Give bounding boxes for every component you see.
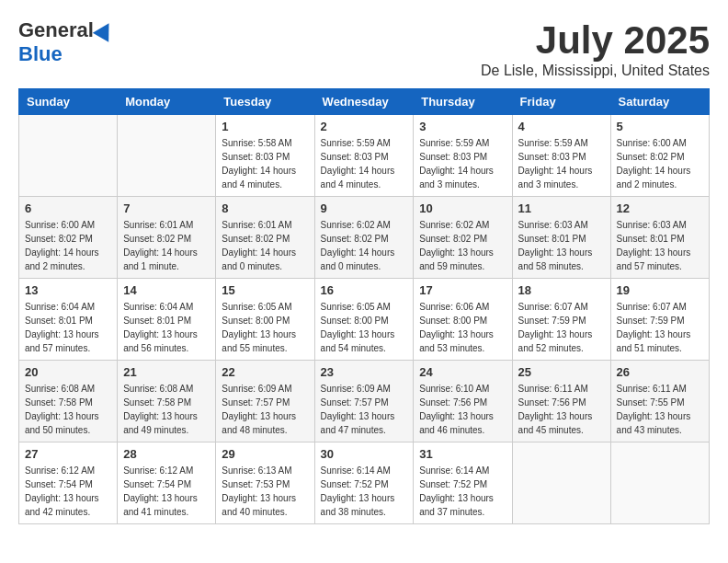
- table-row: 29Sunrise: 6:13 AM Sunset: 7:53 PM Dayli…: [216, 442, 314, 524]
- day-info: Sunrise: 6:13 AM Sunset: 7:53 PM Dayligh…: [222, 464, 308, 519]
- day-number: 4: [518, 120, 605, 133]
- day-info: Sunrise: 6:08 AM Sunset: 7:58 PM Dayligh…: [123, 382, 210, 437]
- table-row: 17Sunrise: 6:06 AM Sunset: 8:00 PM Dayli…: [414, 279, 512, 361]
- day-info: Sunrise: 6:07 AM Sunset: 7:59 PM Dayligh…: [518, 300, 605, 355]
- calendar-week-3: 13Sunrise: 6:04 AM Sunset: 8:01 PM Dayli…: [19, 279, 710, 361]
- day-info: Sunrise: 6:03 AM Sunset: 8:01 PM Dayligh…: [617, 218, 703, 273]
- day-info: Sunrise: 6:07 AM Sunset: 7:59 PM Dayligh…: [617, 300, 703, 355]
- header-sunday: Sunday: [19, 89, 118, 115]
- day-info: Sunrise: 5:58 AM Sunset: 8:03 PM Dayligh…: [222, 136, 308, 191]
- day-number: 25: [518, 365, 605, 379]
- day-number: 8: [222, 201, 308, 215]
- day-info: Sunrise: 6:09 AM Sunset: 7:57 PM Dayligh…: [222, 382, 308, 437]
- day-number: 29: [222, 447, 308, 461]
- day-info: Sunrise: 6:12 AM Sunset: 7:54 PM Dayligh…: [25, 464, 111, 519]
- day-info: Sunrise: 6:00 AM Sunset: 8:02 PM Dayligh…: [25, 218, 111, 273]
- logo: General Blue: [18, 18, 114, 66]
- calendar-week-2: 6Sunrise: 6:00 AM Sunset: 8:02 PM Daylig…: [19, 197, 710, 279]
- table-row: [610, 442, 709, 524]
- day-number: 5: [617, 120, 703, 133]
- day-info: Sunrise: 6:10 AM Sunset: 7:56 PM Dayligh…: [419, 382, 506, 437]
- table-row: 4Sunrise: 5:59 AM Sunset: 8:03 PM Daylig…: [512, 115, 610, 197]
- day-number: 10: [419, 201, 506, 215]
- calendar-week-5: 27Sunrise: 6:12 AM Sunset: 7:54 PM Dayli…: [19, 442, 710, 524]
- day-number: 15: [222, 283, 308, 297]
- table-row: 18Sunrise: 6:07 AM Sunset: 7:59 PM Dayli…: [512, 279, 610, 361]
- day-number: 7: [123, 201, 210, 215]
- table-row: 11Sunrise: 6:03 AM Sunset: 8:01 PM Dayli…: [512, 197, 610, 279]
- day-number: 3: [419, 120, 506, 133]
- day-number: 2: [321, 120, 408, 133]
- table-row: 1Sunrise: 5:58 AM Sunset: 8:03 PM Daylig…: [216, 115, 314, 197]
- table-row: 2Sunrise: 5:59 AM Sunset: 8:03 PM Daylig…: [314, 115, 414, 197]
- day-info: Sunrise: 5:59 AM Sunset: 8:03 PM Dayligh…: [321, 136, 408, 191]
- table-row: 6Sunrise: 6:00 AM Sunset: 8:02 PM Daylig…: [19, 197, 118, 279]
- table-row: 21Sunrise: 6:08 AM Sunset: 7:58 PM Dayli…: [118, 361, 216, 442]
- day-info: Sunrise: 6:04 AM Sunset: 8:01 PM Dayligh…: [123, 300, 210, 355]
- header-monday: Monday: [118, 89, 216, 115]
- day-info: Sunrise: 6:06 AM Sunset: 8:00 PM Dayligh…: [419, 300, 506, 355]
- day-number: 19: [617, 283, 703, 297]
- table-row: 22Sunrise: 6:09 AM Sunset: 7:57 PM Dayli…: [216, 361, 314, 442]
- table-row: 20Sunrise: 6:08 AM Sunset: 7:58 PM Dayli…: [19, 361, 118, 442]
- table-row: 30Sunrise: 6:14 AM Sunset: 7:52 PM Dayli…: [314, 442, 414, 524]
- day-info: Sunrise: 6:11 AM Sunset: 7:55 PM Dayligh…: [617, 382, 703, 437]
- table-row: 25Sunrise: 6:11 AM Sunset: 7:56 PM Dayli…: [512, 361, 610, 442]
- calendar-header-row: Sunday Monday Tuesday Wednesday Thursday…: [19, 89, 710, 115]
- day-number: 28: [123, 447, 210, 461]
- table-row: 8Sunrise: 6:01 AM Sunset: 8:02 PM Daylig…: [216, 197, 314, 279]
- logo-triangle-icon: [93, 18, 117, 42]
- logo-general: General: [18, 18, 94, 42]
- header-saturday: Saturday: [610, 89, 709, 115]
- day-number: 17: [419, 283, 506, 297]
- header-thursday: Thursday: [414, 89, 512, 115]
- day-number: 26: [617, 365, 703, 379]
- day-info: Sunrise: 6:02 AM Sunset: 8:02 PM Dayligh…: [321, 218, 408, 273]
- table-row: 15Sunrise: 6:05 AM Sunset: 8:00 PM Dayli…: [216, 279, 314, 361]
- table-row: 24Sunrise: 6:10 AM Sunset: 7:56 PM Dayli…: [414, 361, 512, 442]
- page-header: General Blue July 2025 De Lisle, Mississ…: [18, 18, 710, 79]
- month-year-title: July 2025: [481, 18, 710, 63]
- table-row: [512, 442, 610, 524]
- day-info: Sunrise: 5:59 AM Sunset: 8:03 PM Dayligh…: [518, 136, 605, 191]
- day-number: 9: [321, 201, 408, 215]
- table-row: [19, 115, 118, 197]
- day-info: Sunrise: 6:08 AM Sunset: 7:58 PM Dayligh…: [25, 382, 111, 437]
- day-info: Sunrise: 6:04 AM Sunset: 8:01 PM Dayligh…: [25, 300, 111, 355]
- table-row: 28Sunrise: 6:12 AM Sunset: 7:54 PM Dayli…: [118, 442, 216, 524]
- day-number: 30: [321, 447, 408, 461]
- table-row: 9Sunrise: 6:02 AM Sunset: 8:02 PM Daylig…: [314, 197, 414, 279]
- day-number: 27: [25, 447, 111, 461]
- day-number: 6: [25, 201, 111, 215]
- table-row: 23Sunrise: 6:09 AM Sunset: 7:57 PM Dayli…: [314, 361, 414, 442]
- day-number: 1: [222, 120, 308, 133]
- table-row: 14Sunrise: 6:04 AM Sunset: 8:01 PM Dayli…: [118, 279, 216, 361]
- header-wednesday: Wednesday: [314, 89, 414, 115]
- day-info: Sunrise: 6:05 AM Sunset: 8:00 PM Dayligh…: [222, 300, 308, 355]
- day-info: Sunrise: 6:14 AM Sunset: 7:52 PM Dayligh…: [419, 464, 506, 519]
- calendar-week-4: 20Sunrise: 6:08 AM Sunset: 7:58 PM Dayli…: [19, 361, 710, 442]
- day-number: 24: [419, 365, 506, 379]
- day-number: 14: [123, 283, 210, 297]
- table-row: 10Sunrise: 6:02 AM Sunset: 8:02 PM Dayli…: [414, 197, 512, 279]
- table-row: 3Sunrise: 5:59 AM Sunset: 8:03 PM Daylig…: [414, 115, 512, 197]
- table-row: 16Sunrise: 6:05 AM Sunset: 8:00 PM Dayli…: [314, 279, 414, 361]
- header-tuesday: Tuesday: [216, 89, 314, 115]
- table-row: 31Sunrise: 6:14 AM Sunset: 7:52 PM Dayli…: [414, 442, 512, 524]
- day-number: 16: [321, 283, 408, 297]
- day-number: 22: [222, 365, 308, 379]
- table-row: [118, 115, 216, 197]
- header-friday: Friday: [512, 89, 610, 115]
- day-info: Sunrise: 6:00 AM Sunset: 8:02 PM Dayligh…: [617, 136, 703, 191]
- table-row: 19Sunrise: 6:07 AM Sunset: 7:59 PM Dayli…: [610, 279, 709, 361]
- day-info: Sunrise: 6:05 AM Sunset: 8:00 PM Dayligh…: [321, 300, 408, 355]
- day-info: Sunrise: 6:09 AM Sunset: 7:57 PM Dayligh…: [321, 382, 408, 437]
- day-number: 11: [518, 201, 605, 215]
- day-number: 20: [25, 365, 111, 379]
- day-number: 18: [518, 283, 605, 297]
- logo-text: General: [18, 18, 114, 42]
- day-number: 31: [419, 447, 506, 461]
- table-row: 5Sunrise: 6:00 AM Sunset: 8:02 PM Daylig…: [610, 115, 709, 197]
- day-number: 23: [321, 365, 408, 379]
- table-row: 12Sunrise: 6:03 AM Sunset: 8:01 PM Dayli…: [610, 197, 709, 279]
